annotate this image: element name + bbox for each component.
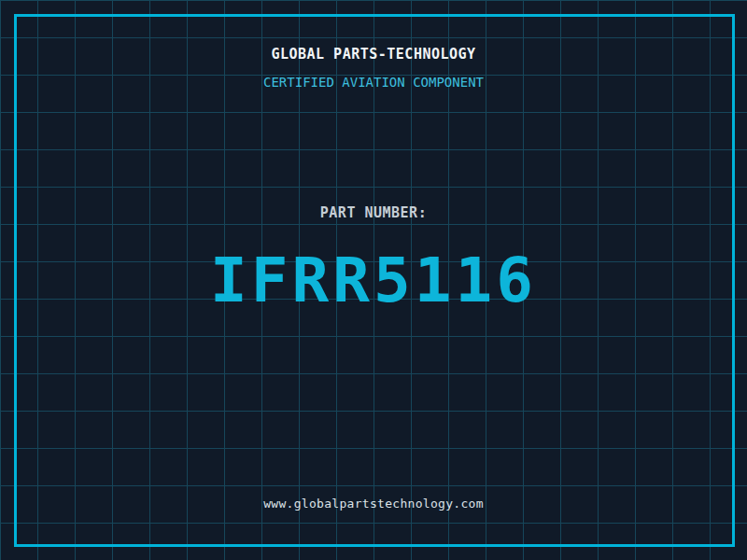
company-name: GLOBAL PARTS-TECHNOLOGY — [0, 46, 747, 63]
part-number-value: IFRR5116 — [0, 245, 747, 316]
website-url: www.globalpartstechnology.com — [0, 497, 747, 511]
part-number-label: PART NUMBER: — [0, 204, 747, 221]
certification-subtitle: CERTIFIED AVIATION COMPONENT — [0, 75, 747, 90]
certificate-card: GLOBAL PARTS-TECHNOLOGY CERTIFIED AVIATI… — [0, 0, 747, 560]
